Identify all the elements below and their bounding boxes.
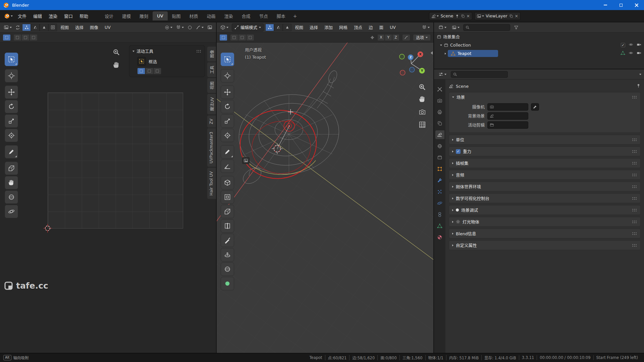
menu-file[interactable]: 文件 [14, 11, 30, 21]
uv-select-intersect-button[interactable] [30, 34, 38, 41]
workspace-tab-modeling[interactable]: 建模 [118, 11, 135, 21]
delete-scene-button[interactable]: × [467, 13, 470, 18]
sidebar-tab-zv[interactable]: ZV [207, 115, 216, 127]
outliner-filter-button[interactable] [512, 24, 520, 31]
new-scene-button[interactable] [461, 14, 465, 18]
render-camera-icon[interactable] [637, 42, 641, 48]
panel-math-vis-console-header[interactable]: 数学可视化控制台 [449, 194, 640, 203]
options-dropdown[interactable]: 选项 [413, 34, 431, 41]
properties-search-input[interactable] [451, 71, 508, 78]
uv-scale-tool[interactable] [5, 114, 18, 128]
uv-sync-select-toggle[interactable] [14, 24, 22, 31]
face-mode-button[interactable] [283, 24, 291, 31]
uv-relax-tool[interactable] [5, 190, 18, 204]
properties-tab-collection[interactable] [435, 153, 444, 162]
collapse-icon[interactable] [445, 53, 446, 55]
properties-tab-object[interactable] [435, 165, 444, 173]
uv-select-edge-button[interactable] [31, 24, 40, 31]
vp-select-intersect-button[interactable] [246, 34, 254, 41]
sidebar-tab-uvpackmaster[interactable]: UVPackmaster3 [207, 128, 216, 167]
vp-select-extend-button[interactable] [230, 34, 238, 41]
panel-grip-icon[interactable] [632, 208, 637, 212]
uv-zoom-icon[interactable] [113, 49, 120, 56]
properties-tab-data[interactable] [435, 222, 444, 230]
vp-menu-face[interactable]: 面 [376, 23, 387, 32]
active-tool-row[interactable]: 框选 [137, 57, 202, 66]
vertex-mode-button[interactable] [265, 24, 274, 31]
panel-grip-icon[interactable] [632, 138, 637, 141]
panel-grip-icon[interactable] [632, 185, 637, 188]
delete-viewlayer-button[interactable]: × [515, 13, 518, 18]
workspace-tab-texture[interactable]: 贴图 [168, 11, 185, 21]
blender-menu-button[interactable] [3, 12, 14, 20]
panel-grip-icon[interactable] [632, 150, 637, 153]
poly-build-tool[interactable] [221, 277, 234, 290]
workspace-tab-animation[interactable]: 动画 [203, 11, 220, 21]
sidebar-tab-tool[interactable]: 工具 [207, 62, 216, 77]
uv-editor-type-button[interactable] [2, 24, 13, 31]
uv-image-button[interactable] [206, 24, 214, 31]
scene-selector[interactable]: Scene × [429, 12, 472, 20]
panel-grip-icon[interactable] [196, 50, 202, 53]
panel-grip-icon[interactable] [632, 173, 637, 176]
bevel-tool[interactable] [221, 205, 234, 218]
panel-grip-icon[interactable] [632, 197, 637, 200]
uv-pivot-button[interactable] [163, 24, 174, 31]
uv-select-island-button[interactable] [48, 24, 57, 31]
vp-pan-hand-icon[interactable] [419, 96, 426, 103]
panel-grip-icon[interactable] [632, 162, 637, 165]
navigation-gizmo[interactable]: X Y Z [399, 51, 425, 75]
menu-render[interactable]: 渲染 [45, 11, 61, 21]
panel-grip-icon[interactable] [632, 244, 637, 247]
properties-tab-render[interactable] [435, 96, 444, 105]
workspace-tab-material[interactable]: 材质 [185, 11, 203, 21]
cursor-tool[interactable] [221, 69, 234, 82]
workspace-tab-scripting[interactable]: 脚本 [272, 11, 290, 21]
new-viewlayer-button[interactable] [509, 14, 513, 18]
uv-select-vertex-button[interactable] [22, 24, 31, 31]
extrude-region-tool[interactable] [221, 176, 234, 189]
workspace-tab-compositing[interactable]: 合成 [237, 11, 255, 21]
vp-menu-vertex[interactable]: 顶点 [351, 23, 365, 32]
edge-mode-button[interactable] [274, 24, 283, 31]
panel-light-objects-header[interactable]: 灯光物体 [449, 217, 640, 226]
uv-grab-tool[interactable] [5, 176, 18, 189]
properties-tab-modifiers[interactable] [435, 176, 444, 185]
properties-tab-particles[interactable] [435, 187, 444, 196]
measure-tool[interactable] [221, 160, 234, 173]
uv-pinch-tool[interactable] [5, 205, 18, 218]
panel-custom-properties-header[interactable]: 自定义属性 [449, 241, 640, 250]
panel-audio-header[interactable]: 音频 [449, 170, 640, 179]
uv-annotate-tool[interactable] [5, 145, 18, 159]
properties-tab-constraints[interactable] [435, 210, 444, 219]
pin-icon[interactable] [455, 14, 459, 18]
uv-box-select-tool[interactable] [5, 53, 18, 66]
properties-tab-material[interactable] [435, 233, 444, 242]
render-camera-icon[interactable] [637, 51, 641, 56]
outliner-row-scene-collection[interactable]: 场景集合 [434, 33, 644, 41]
sidebar-tab-magic-uv[interactable]: 魔法UV [207, 94, 216, 114]
vp-snap-button[interactable] [420, 24, 431, 31]
workspace-tab-rendering[interactable]: 渲染 [220, 11, 237, 21]
vp-menu-add[interactable]: 添加 [321, 23, 336, 32]
menu-window[interactable]: 窗口 [61, 11, 76, 21]
panel-gravity-header[interactable]: ✓ 重力 [449, 147, 640, 156]
vp-camera-view-icon[interactable] [419, 108, 426, 116]
uv-move-tool[interactable] [5, 85, 18, 99]
tool-mode-subtract-button[interactable] [153, 68, 161, 74]
panel-scene-debug-header[interactable]: 场景调试 [449, 205, 640, 215]
knife-tool[interactable] [221, 234, 234, 247]
pin-icon[interactable] [636, 83, 641, 89]
panel-grip-icon[interactable] [632, 220, 637, 223]
vp-menu-select[interactable]: 选择 [307, 23, 321, 32]
workspace-tab-uv[interactable]: UV [153, 11, 167, 20]
vp-ortho-toggle-icon[interactable] [419, 121, 426, 128]
uv-snap-button[interactable] [174, 24, 185, 31]
tool-mode-extend-button[interactable] [145, 68, 153, 74]
outliner-display-mode-button[interactable] [450, 24, 461, 31]
uv-pan-hand-icon[interactable] [113, 61, 120, 69]
active-clip-field[interactable] [487, 121, 528, 129]
uv-select-extend-button[interactable] [13, 34, 21, 41]
vp-falloff-button[interactable] [402, 34, 410, 41]
annotate-tool[interactable] [221, 145, 234, 159]
